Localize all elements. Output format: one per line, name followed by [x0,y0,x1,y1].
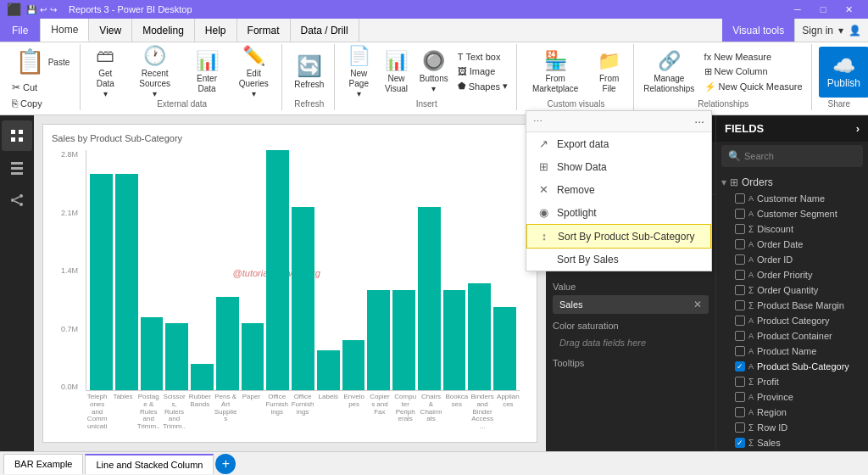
field-checkbox-16[interactable]: ✓ [735,438,745,448]
shapes-button[interactable]: ⬟ Shapes ▾ [454,79,511,93]
field-item-product-category[interactable]: AProduct Category [721,313,863,328]
field-item-order-date[interactable]: AOrder Date [721,237,863,252]
nav-report-icon[interactable] [2,120,32,151]
refresh-button[interactable]: 🔄 Refresh [289,47,329,98]
field-checkbox-1[interactable] [735,209,745,219]
enter-data-button[interactable]: 📊 Enter Data [186,47,227,98]
bar-4[interactable] [191,364,214,390]
viz-value-field[interactable]: Sales ✕ [553,295,709,314]
add-tab-button[interactable]: + [215,454,236,474]
bar-0[interactable] [90,174,113,390]
from-marketplace-button[interactable]: 🏪 From Marketplace [524,47,587,98]
new-measure-button[interactable]: fx New Measure [701,50,806,64]
new-column-button[interactable]: ⊞ New Column [701,64,806,79]
bar-11[interactable] [367,290,390,390]
context-menu-dots[interactable]: ··· [694,115,704,128]
edit-queries-button[interactable]: ✏️ Edit Queries ▾ [231,47,276,98]
tab-data-drill[interactable]: Data / Drill [291,19,359,42]
field-checkbox-15[interactable] [735,422,745,433]
fields-search-input[interactable] [744,151,861,161]
new-page-button[interactable]: 📄 New Page ▾ [342,47,376,98]
bar-13[interactable] [418,207,441,390]
field-checkbox-9[interactable] [735,331,745,341]
field-item-product-container[interactable]: AProduct Container [721,328,863,344]
field-checkbox-11[interactable]: ✓ [735,361,745,372]
sign-in-button[interactable]: Sign in ▾ 👤 [795,19,868,42]
field-item-discount[interactable]: ΣDiscount [721,221,863,237]
copy-button[interactable]: ⎘ Copy [8,96,46,111]
field-checkbox-5[interactable] [735,270,745,280]
field-item-row-id[interactable]: ΣRow ID [721,420,863,435]
save-icon[interactable]: 💾 [26,5,36,14]
tab-modeling[interactable]: Modeling [132,19,195,42]
bar-12[interactable] [392,290,415,390]
from-file-button[interactable]: 📁 From File [590,47,628,98]
tab-visual-tools[interactable]: Visual tools [722,19,795,42]
bar-16[interactable] [493,307,516,390]
canvas[interactable]: Sales by Product Sub-Category @tutorialg… [42,124,537,443]
publish-button[interactable]: ☁️ Publish [819,47,868,98]
fields-group-header-orders[interactable]: ▾⊞Orders [721,174,863,191]
bar-7[interactable] [266,150,289,390]
context-menu-item-1[interactable]: ⊞Show Data [526,155,711,178]
bar-1[interactable] [115,174,138,390]
context-menu-item-5[interactable]: Sort By Sales [526,249,711,271]
field-item-order-quantity[interactable]: ΣOrder Quantity [721,282,863,298]
fields-panel-expand-icon[interactable]: › [856,122,860,135]
redo-icon[interactable]: ↪ [50,5,57,14]
field-checkbox-3[interactable] [735,239,745,249]
context-menu-item-4[interactable]: ↕Sort By Product Sub-Category [526,224,711,249]
recent-sources-button[interactable]: 🕐 Recent Sources ▾ [127,47,183,98]
field-checkbox-4[interactable] [735,254,745,265]
fields-search-box[interactable]: 🔍 [721,145,863,167]
tab-line-stacked[interactable]: Line and Stacked Column [85,454,214,474]
field-checkbox-12[interactable] [735,377,745,387]
field-item-order-id[interactable]: AOrder ID [721,252,863,267]
get-data-button[interactable]: 🗃 Get Data ▾ [87,47,124,98]
tab-view[interactable]: View [89,19,132,42]
field-checkbox-6[interactable] [735,285,745,295]
context-menu-item-2[interactable]: ✕Remove [526,178,711,201]
field-item-profit[interactable]: ΣProfit [721,374,863,389]
field-checkbox-10[interactable] [735,346,745,356]
field-item-order-priority[interactable]: AOrder Priority [721,267,863,282]
image-button[interactable]: 🖼 Image [454,64,511,78]
field-checkbox-14[interactable] [735,407,745,417]
maximize-button[interactable]: □ [810,0,836,19]
context-menu-item-3[interactable]: ◉Spotlight [526,201,711,224]
field-checkbox-8[interactable] [735,316,745,326]
window-controls[interactable]: ─ □ ✕ [785,0,861,19]
bar-8[interactable] [292,207,314,390]
nav-model-icon[interactable] [2,185,32,215]
bar-14[interactable] [443,290,466,390]
buttons-button[interactable]: 🔘 Buttons ▾ [417,47,451,98]
bar-15[interactable] [468,283,491,390]
field-item-product-sub-category[interactable]: ✓AProduct Sub-Category [721,359,863,374]
tab-help[interactable]: Help [195,19,237,42]
cut-button[interactable]: ✂ Cut [8,80,41,95]
field-checkbox-2[interactable] [735,224,745,234]
bar-3[interactable] [165,323,188,390]
manage-relationships-button[interactable]: 🔗 Manage Relationships [641,47,698,98]
tab-bar-example[interactable]: BAR Example [3,454,83,474]
field-item-product-name[interactable]: AProduct Name [721,344,863,359]
close-button[interactable]: ✕ [836,0,861,19]
field-checkbox-13[interactable] [735,392,745,402]
paste-button[interactable]: 📋 Paste [8,46,76,79]
remove-value-icon[interactable]: ✕ [693,299,702,310]
text-box-button[interactable]: T Text box [454,50,511,64]
bar-5[interactable] [216,297,239,390]
bar-2[interactable] [141,317,164,390]
field-item-sales[interactable]: ✓ΣSales [721,435,863,450]
new-quick-measure-button[interactable]: ⚡ New Quick Measure [701,80,806,94]
minimize-button[interactable]: ─ [785,0,810,19]
bar-6[interactable] [242,323,264,390]
context-menu-item-0[interactable]: ↗Export data [526,132,711,155]
tab-home[interactable]: Home [41,19,89,42]
bar-10[interactable] [342,340,365,390]
nav-data-icon[interactable] [2,153,32,183]
field-item-customer-segment[interactable]: ACustomer Segment [721,206,863,221]
tab-format[interactable]: Format [237,19,291,42]
field-item-province[interactable]: AProvince [721,389,863,405]
field-checkbox-0[interactable] [735,193,745,204]
